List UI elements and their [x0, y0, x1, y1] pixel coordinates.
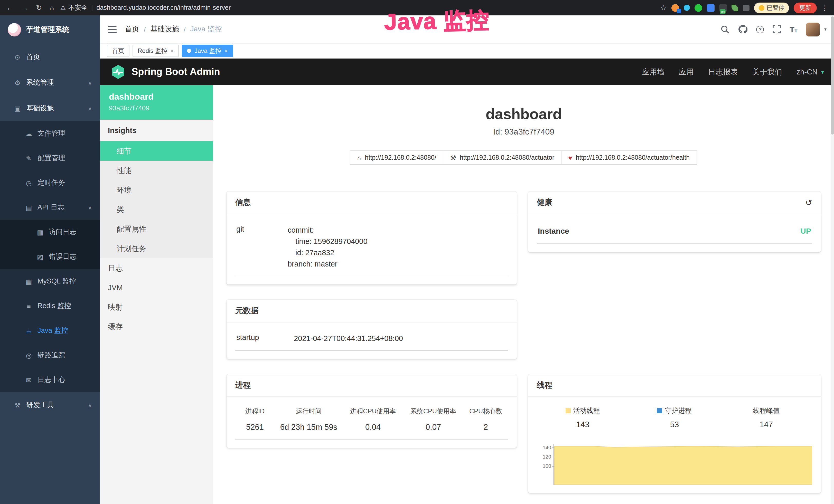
sba-item-mappings[interactable]: 映射 — [100, 297, 213, 317]
font-size-big-t: T — [790, 25, 794, 33]
extension-icon-orange[interactable]: 1 — [671, 4, 679, 12]
history-icon[interactable]: ↺ — [805, 198, 812, 207]
sidebar-item-trace[interactable]: ◎ 链路追踪 — [0, 343, 100, 368]
font-size-icon[interactable]: TT — [790, 25, 797, 33]
warning-icon: ⚠ — [60, 4, 66, 11]
extensions-puzzle-icon[interactable] — [743, 4, 749, 11]
sidebar-item-file-management[interactable]: ☁ 文件管理 — [0, 121, 100, 146]
sidebar-item-label: 研发工具 — [26, 400, 54, 410]
sba-nav-applications[interactable]: 应用 — [679, 67, 694, 77]
sidebar-item-label: 定时任务 — [38, 178, 65, 187]
tab-java-monitor[interactable]: Java 监控 × — [182, 45, 233, 57]
instance-header[interactable]: dashboard 93a3fc7f7409 — [100, 85, 213, 120]
url-text[interactable]: dashboard.yudao.iocoder.cn/infra/admin-s… — [96, 4, 231, 11]
sidebar-item-log-center[interactable]: ✉ 日志中心 — [0, 368, 100, 392]
insights-group-label: Insights — [100, 120, 213, 141]
github-icon[interactable] — [738, 25, 747, 34]
language-selector[interactable]: zh-CN ▾ — [796, 68, 824, 76]
breadcrumb-infrastructure[interactable]: 基础设施 — [150, 25, 179, 34]
sba-item-jvm[interactable]: JVM — [100, 278, 213, 297]
threads-card-title: 线程 — [528, 374, 821, 397]
sba-nav-about[interactable]: 关于我们 — [752, 67, 782, 77]
sba-item-config-props[interactable]: 配置属性 — [100, 219, 213, 239]
process-card-body: 进程ID 运行时间 进程CPU使用率 系统CPU使用率 CPU核心数 5261 … — [226, 397, 517, 448]
sidebar-item-home[interactable]: ⊙ 首页 — [0, 44, 100, 70]
bookmark-star-icon[interactable]: ☆ — [660, 4, 666, 12]
avatar-caret-icon[interactable]: ▾ — [824, 27, 827, 32]
health-url-link[interactable]: ♥ http://192.168.0.2:48080/actuator/heal… — [561, 151, 697, 165]
address-bar[interactable]: ⚠ 不安全 | dashboard.yudao.iocoder.cn/infra… — [60, 3, 654, 12]
forward-icon[interactable]: → — [21, 4, 28, 12]
sba-item-scheduled-tasks[interactable]: 计划任务 — [100, 239, 213, 258]
tab-redis-monitor[interactable]: Redis 监控 × — [133, 45, 179, 57]
process-value-process-cpu: 0.04 — [343, 418, 403, 432]
sba-item-environment[interactable]: 环境 — [100, 180, 213, 200]
sidebar-item-config-management[interactable]: ✎ 配置管理 — [0, 146, 100, 170]
sba-nav-journal[interactable]: 日志报表 — [708, 67, 738, 77]
user-avatar[interactable] — [806, 22, 820, 36]
metadata-card: 元数据 startup 2021-04-27T00:44:31.254+08:0… — [226, 300, 517, 359]
home-icon[interactable]: ⌂ — [49, 4, 54, 12]
main-column: 首页 / 基础设施 / Java 监控 ? — [100, 16, 834, 504]
sidebar-item-redis-monitor[interactable]: ≡ Redis 监控 — [0, 294, 100, 318]
sidebar-item-label: 基础设施 — [26, 104, 54, 113]
sidebar-item-api-logs[interactable]: ▤ API 日志 ∧ — [0, 195, 100, 220]
git-id-line: id: 27aa832 — [288, 247, 368, 258]
tab-label: Java 监控 — [194, 46, 221, 55]
update-button[interactable]: 更新 — [794, 2, 817, 13]
log-center-icon: ✉ — [25, 376, 33, 384]
process-header-system-cpu: 系统CPU使用率 — [403, 405, 464, 418]
extension-icon-drop[interactable] — [683, 5, 690, 11]
sidebar-item-error-logs[interactable]: ▨ 错误日志 — [0, 245, 100, 269]
sidebar-collapse-icon[interactable] — [108, 26, 117, 33]
sidebar-item-system-management[interactable]: ⚙ 系统管理 ∨ — [0, 70, 100, 95]
sidebar-item-scheduled-tasks[interactable]: ◷ 定时任务 — [0, 170, 100, 195]
sidebar-item-mysql-monitor[interactable]: ▦ MySQL 监控 — [0, 269, 100, 294]
sba-nav-wallboard[interactable]: 应用墙 — [642, 67, 664, 77]
extension-icon-adblock[interactable]: on — [719, 4, 727, 12]
info-card-title: 信息 — [226, 191, 517, 214]
search-icon[interactable] — [721, 25, 729, 33]
sba-sidebar: dashboard 93a3fc7f7409 Insights 细节 性能 环境… — [100, 85, 213, 504]
process-header-cpus: CPU核心数 — [463, 405, 508, 418]
service-url-link[interactable]: ⌂ http://192.168.0.2:48080/ — [350, 151, 444, 165]
sidebar-item-java-monitor[interactable]: ☕ Java 监控 — [0, 318, 100, 343]
app-logo-row[interactable]: 芋道管理系统 — [0, 16, 100, 44]
help-icon[interactable]: ? — [756, 25, 764, 33]
sidebar-item-infrastructure[interactable]: ▣ 基础设施 ∧ — [0, 95, 100, 121]
extension-icon-green[interactable] — [694, 4, 702, 12]
close-icon[interactable]: × — [171, 48, 174, 54]
close-icon[interactable]: × — [224, 48, 228, 54]
wrench-icon: ⚒ — [450, 154, 456, 161]
tab-home[interactable]: 首页 — [107, 45, 129, 57]
home-icon: ⌂ — [357, 154, 361, 161]
scrollbar-thumb[interactable] — [831, 17, 834, 135]
actuator-url-link[interactable]: ⚒ http://192.168.0.2:48080/actuator — [443, 151, 562, 165]
info-row-git: git commit: time: 1596289704000 id: 27aa… — [235, 221, 508, 276]
sba-navbar: Spring Boot Admin 应用墙 应用 日志报表 关于我们 zh-CN… — [100, 59, 834, 85]
ytick-120: 120 — [543, 454, 551, 460]
health-instance-row[interactable]: Instance UP — [537, 221, 812, 244]
gear-icon: ⚙ — [13, 79, 22, 87]
sba-item-logs[interactable]: 日志 — [100, 258, 213, 278]
back-icon[interactable]: ← — [6, 4, 13, 12]
sba-brand[interactable]: Spring Boot Admin — [110, 64, 220, 79]
sidebar-item-dev-tools[interactable]: ⚒ 研发工具 ∨ — [0, 392, 100, 418]
sba-item-metrics[interactable]: 性能 — [100, 161, 213, 180]
sidebar-item-label: MySQL 监控 — [38, 277, 76, 286]
security-indicator[interactable]: ⚠ 不安全 — [60, 3, 88, 12]
sba-item-classes[interactable]: 类 — [100, 200, 213, 219]
sba-item-details[interactable]: 细节 — [100, 141, 213, 161]
sidebar-item-label: API 日志 — [38, 203, 64, 212]
fullscreen-icon[interactable] — [773, 25, 781, 33]
breadcrumb-home[interactable]: 首页 — [125, 25, 139, 34]
process-value-pid: 5261 — [235, 418, 275, 432]
paused-badge[interactable]: 已暂停 — [754, 2, 789, 13]
extension-icon-leaf[interactable] — [731, 4, 738, 11]
extension-icon-grid[interactable] — [707, 4, 714, 12]
metadata-row-startup: startup 2021-04-27T00:44:31.254+08:00 — [235, 330, 508, 351]
sidebar-item-access-logs[interactable]: ▥ 访问日志 — [0, 220, 100, 245]
reload-icon[interactable]: ↻ — [36, 4, 42, 12]
sba-item-caches[interactable]: 缓存 — [100, 317, 213, 336]
browser-menu-icon[interactable]: ⋮ — [821, 4, 828, 12]
